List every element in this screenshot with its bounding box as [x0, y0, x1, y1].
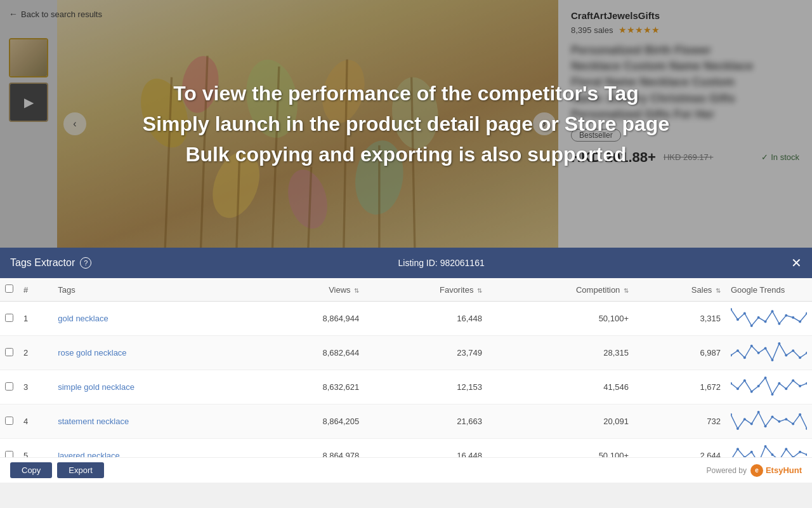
svg-point-32 [757, 352, 760, 354]
powered-by: Powered by e EtsyHunt [707, 464, 802, 477]
row-checkbox-cell [0, 336, 18, 370]
table-row: 2 rose gold necklace 8,682,644 23,749 28… [0, 336, 812, 370]
listing-id: Listing ID: 982061161 [398, 258, 485, 268]
svg-point-17 [737, 318, 739, 321]
row-checkbox-1[interactable] [5, 314, 13, 322]
svg-point-19 [750, 324, 753, 327]
table-row: 4 statement necklace 8,864,205 21,663 20… [0, 404, 812, 439]
help-icon[interactable]: ? [80, 257, 91, 269]
svg-point-22 [771, 310, 773, 312]
svg-point-65 [737, 448, 739, 450]
svg-point-72 [785, 448, 787, 450]
table-header-row: # Tags Views ⇅ Favorites ⇅ Competition [0, 278, 812, 302]
etsyhunt-name: EtsyHunt [766, 465, 802, 475]
svg-point-34 [771, 359, 773, 361]
row-sparkline [726, 370, 812, 404]
row-tag: statement necklace [53, 404, 255, 439]
row-favorites: 16,448 [364, 302, 487, 336]
row-checkbox-3[interactable] [5, 382, 13, 391]
row-views: 8,632,621 [255, 370, 364, 404]
table-row: 1 gold necklace 8,864,944 16,448 50,100+… [0, 302, 812, 336]
svg-point-47 [778, 382, 780, 385]
tag-link-2[interactable]: rose gold necklace [58, 348, 126, 358]
overlay-line1: To view the performance of the competito… [173, 78, 639, 109]
col-google-trends: Google Trends [726, 278, 812, 302]
row-num: 1 [18, 302, 53, 336]
close-button[interactable]: ✕ [791, 257, 802, 269]
svg-point-21 [764, 321, 767, 323]
row-sales: 6,987 [634, 336, 726, 370]
svg-point-41 [737, 387, 739, 390]
sort-favorites-icon: ⇅ [477, 287, 482, 294]
panel-header-title: Tags Extractor ? [10, 257, 91, 269]
row-competition: 41,546 [487, 370, 634, 404]
svg-point-55 [750, 423, 753, 425]
sort-competition-icon: ⇅ [624, 287, 629, 294]
svg-point-53 [737, 427, 739, 430]
export-button[interactable]: Export [57, 462, 104, 478]
svg-point-43 [750, 391, 753, 393]
svg-point-18 [743, 312, 746, 315]
row-views: 8,864,944 [255, 302, 364, 336]
svg-point-25 [792, 316, 794, 319]
svg-point-60 [785, 418, 787, 420]
row-checkbox-cell [0, 302, 18, 336]
svg-point-44 [757, 385, 760, 387]
tags-panel: Tags Extractor ? Listing ID: 982061161 ✕… [0, 248, 812, 483]
svg-point-54 [743, 418, 746, 420]
row-checkbox-cell [0, 370, 18, 404]
svg-point-31 [750, 345, 753, 347]
panel-title: Tags Extractor [10, 257, 75, 269]
svg-point-69 [764, 445, 767, 448]
row-num: 2 [18, 336, 53, 370]
svg-point-56 [757, 411, 760, 413]
col-sales[interactable]: Sales ⇅ [634, 278, 726, 302]
row-tag: rose gold necklace [53, 336, 255, 370]
col-num: # [18, 278, 53, 302]
overlay: To view the performance of the competito… [0, 0, 812, 248]
col-checkbox [0, 278, 18, 302]
svg-point-35 [778, 342, 780, 345]
tag-link-3[interactable]: simple gold necklace [58, 382, 134, 392]
row-competition: 50,100+ [487, 302, 634, 336]
tag-link-1[interactable]: gold necklace [58, 314, 108, 323]
row-sales: 732 [634, 404, 726, 439]
select-all-checkbox[interactable] [5, 284, 13, 293]
tag-link-4[interactable]: statement necklace [58, 417, 129, 426]
col-tags: Tags [53, 278, 255, 302]
svg-point-33 [764, 347, 767, 349]
row-num: 3 [18, 370, 53, 404]
table-wrapper: # Tags Views ⇅ Favorites ⇅ Competition [0, 278, 812, 483]
row-favorites: 12,153 [364, 370, 487, 404]
row-favorites: 23,749 [364, 336, 487, 370]
svg-point-38 [799, 356, 801, 359]
col-competition[interactable]: Competition ⇅ [487, 278, 634, 302]
row-tag: simple gold necklace [53, 370, 255, 404]
svg-point-36 [785, 354, 787, 357]
row-sparkline [726, 404, 812, 439]
row-tag: gold necklace [53, 302, 255, 336]
row-sales: 3,315 [634, 302, 726, 336]
svg-point-30 [743, 356, 746, 359]
sort-views-icon: ⇅ [354, 287, 359, 294]
svg-point-74 [799, 451, 801, 453]
copy-button[interactable]: Copy [10, 462, 52, 478]
svg-point-48 [785, 387, 787, 390]
svg-point-45 [764, 377, 767, 379]
row-sparkline [726, 302, 812, 336]
row-checkbox-4[interactable] [5, 417, 13, 425]
etsyhunt-logo: e EtsyHunt [750, 464, 802, 477]
col-views[interactable]: Views ⇅ [255, 278, 364, 302]
col-favorites[interactable]: Favorites ⇅ [364, 278, 487, 302]
svg-point-63 [806, 427, 807, 430]
sort-sales-icon: ⇅ [716, 287, 721, 294]
svg-point-59 [778, 420, 780, 423]
row-competition: 28,315 [487, 336, 634, 370]
product-section: Back to search results ▶ [0, 0, 812, 248]
svg-point-42 [743, 379, 746, 382]
row-favorites: 21,663 [364, 404, 487, 439]
svg-point-67 [750, 451, 753, 453]
svg-point-62 [799, 413, 801, 416]
row-checkbox-2[interactable] [5, 348, 13, 356]
panel-header: Tags Extractor ? Listing ID: 982061161 ✕ [0, 248, 812, 278]
